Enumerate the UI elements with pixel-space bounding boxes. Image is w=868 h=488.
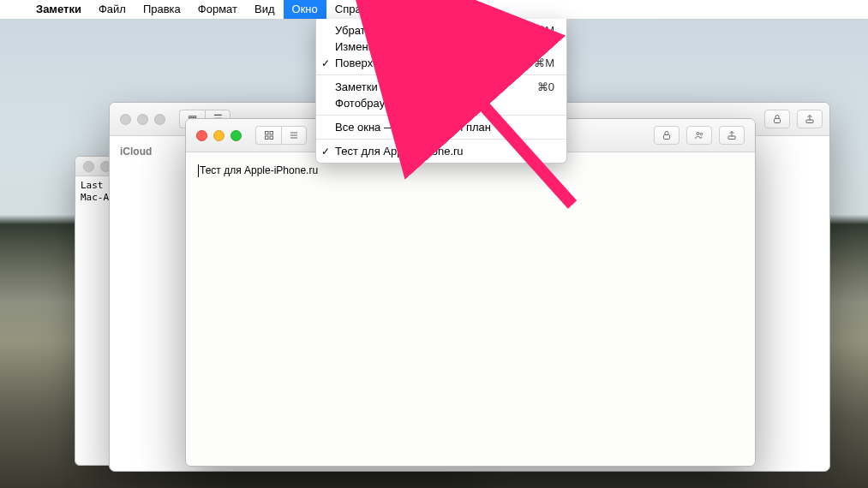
lock-icon — [772, 114, 782, 124]
svg-rect-0 — [775, 119, 781, 123]
menu-item-minimize[interactable]: Убрать в Dock ⌘M — [316, 22, 566, 39]
svg-point-10 — [697, 133, 699, 135]
note-content-area[interactable]: Тест для Apple-iPhone.ru — [186, 152, 755, 467]
share-button[interactable] — [719, 126, 745, 145]
svg-rect-2 — [265, 132, 268, 135]
svg-rect-12 — [728, 136, 735, 140]
menu-item-shortcut: ⌘M — [534, 24, 554, 37]
window-menu-dropdown: Убрать в Dock ⌘M Изменить масштаб ✓ Пове… — [315, 19, 567, 164]
svg-rect-4 — [265, 136, 268, 140]
note-text: Тест для Apple-iPhone.ru — [200, 164, 318, 176]
close-button[interactable] — [120, 114, 131, 125]
share-button[interactable] — [797, 110, 823, 128]
menu-item-label: Убрать в Dock — [335, 24, 534, 37]
notes-floating-window[interactable]: Тест для Apple-iPhone.ru — [185, 118, 756, 467]
check-icon: ✓ — [321, 57, 330, 69]
minimize-button[interactable] — [137, 114, 148, 125]
window-controls — [110, 114, 165, 125]
window-controls — [186, 130, 242, 141]
share-icon — [805, 114, 815, 124]
menu-item-window-test[interactable]: ✓ Тест для Apple-iPhone.ru — [316, 143, 566, 159]
menu-item-shortcut: ⌘0 — [537, 80, 554, 93]
list-icon — [289, 130, 299, 140]
menu-item-label: Изменить масштаб — [335, 40, 554, 53]
minimize-button[interactable] — [213, 130, 224, 141]
svg-point-11 — [700, 133, 703, 135]
people-icon — [693, 130, 705, 140]
menu-edit[interactable]: Правка — [135, 0, 189, 19]
grid-icon — [264, 130, 274, 140]
menu-separator — [316, 139, 566, 140]
menu-item-bring-all-front[interactable]: Все окна — на передний план — [316, 119, 566, 135]
close-button[interactable] — [196, 130, 207, 141]
menubar: Заметки Файл Правка Формат Вид Окно Спра… — [0, 0, 868, 20]
svg-rect-5 — [270, 136, 273, 140]
maximize-button[interactable] — [154, 114, 165, 125]
maximize-button[interactable] — [230, 130, 242, 141]
menu-help[interactable]: Справка — [326, 0, 387, 19]
menu-file[interactable]: Файл — [90, 0, 135, 19]
menu-item-photobrowser[interactable]: Фотобраузер — [316, 95, 566, 111]
lock-button[interactable] — [764, 110, 790, 128]
check-icon: ✓ — [321, 146, 330, 158]
menu-item-label: Все окна — на передний план — [335, 121, 554, 134]
menu-item-float-on-top[interactable]: ✓ Поверх всех окон ⇧⌘M — [316, 55, 566, 71]
lock-button[interactable] — [654, 126, 679, 145]
menu-item-label: Заметки — [335, 80, 537, 93]
menu-app-name[interactable]: Заметки — [27, 0, 90, 19]
menu-item-shortcut: ⇧⌘M — [524, 57, 554, 69]
close-button[interactable] — [83, 161, 94, 172]
sidebar-section-label: iCloud — [120, 146, 152, 158]
svg-rect-1 — [806, 120, 813, 123]
collab-button[interactable] — [686, 126, 712, 145]
svg-rect-9 — [664, 135, 670, 140]
text-cursor — [198, 164, 199, 177]
view-list-button[interactable] — [281, 126, 307, 145]
menu-item-label: Тест для Apple-iPhone.ru — [335, 145, 554, 158]
menu-item-zoom[interactable]: Изменить масштаб — [316, 39, 566, 55]
menu-separator — [316, 115, 566, 116]
menu-separator — [316, 74, 566, 75]
menu-format[interactable]: Формат — [189, 0, 246, 19]
share-icon — [727, 130, 737, 140]
view-grid-button[interactable] — [255, 126, 281, 145]
menu-window[interactable]: Окно — [284, 0, 326, 19]
svg-rect-3 — [270, 132, 273, 135]
menu-item-label: Фотобраузер — [335, 97, 554, 110]
menu-item-notes[interactable]: Заметки ⌘0 — [316, 79, 566, 95]
menu-item-label: Поверх всех окон — [335, 57, 524, 69]
menu-view[interactable]: Вид — [246, 0, 284, 19]
lock-icon — [661, 130, 672, 140]
